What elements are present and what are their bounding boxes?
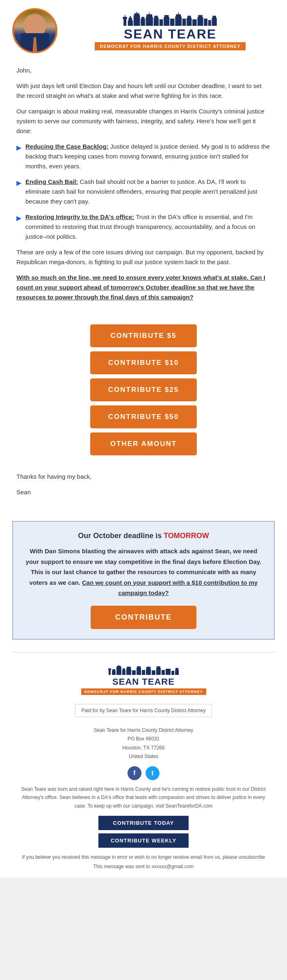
svg-rect-16 (159, 19, 163, 26)
tomorrow-highlight: TOMORROW (164, 532, 209, 540)
footer-bio: Sean Teare was born and raised right her… (16, 785, 271, 810)
campaign-logo: SEAN TEARE DEMOCRAT FOR HARRIS COUNTY DI… (66, 11, 275, 50)
svg-rect-15 (155, 16, 158, 18)
footer-divider (12, 652, 275, 652)
svg-rect-44 (132, 670, 136, 675)
svg-rect-27 (198, 17, 203, 26)
paragraph-1: With just days left until Election Day a… (16, 81, 271, 101)
footer-skyline-icon (107, 665, 180, 675)
sent-to-text: This message was sent to xxxxxx@gmail.co… (16, 864, 271, 869)
svg-rect-35 (112, 671, 116, 675)
box-body-text: With Dan Simons blasting the airwaves wi… (25, 546, 262, 598)
paid-for-text: Paid for by Sean Teare for Harris County… (81, 708, 205, 713)
paragraph-3: These are only a few of the core issues … (16, 247, 271, 267)
email-body: John, With just days left until Election… (0, 57, 287, 316)
svg-rect-14 (154, 18, 159, 25)
bullet-1: ▶ Reducing the Case Backlog: Justice del… (16, 142, 271, 171)
svg-rect-48 (146, 669, 151, 675)
svg-rect-34 (108, 668, 111, 670)
box-contribute-button[interactable]: CONTRIBUTE (91, 606, 196, 629)
address-line-1: Sean Teare for Harris County District At… (16, 726, 271, 735)
contribute-25-button[interactable]: CONTRIBUTE $25 (90, 378, 197, 401)
svg-rect-0 (123, 18, 126, 26)
svg-rect-57 (175, 668, 178, 670)
svg-rect-24 (187, 18, 191, 25)
footer-logo: SEAN TEARE DEMOCRAT FOR HARRIS COUNTY DI… (16, 665, 271, 695)
address-line-4: United States (16, 752, 271, 761)
svg-rect-51 (156, 668, 161, 675)
email-footer: SEAN TEARE DEMOCRAT FOR HARRIS COUNTY DI… (0, 656, 287, 878)
svg-rect-13 (149, 12, 150, 14)
svg-rect-30 (208, 20, 211, 26)
svg-rect-46 (137, 666, 141, 668)
bullet-icon-3: ▶ (16, 213, 21, 224)
svg-rect-54 (166, 669, 171, 675)
svg-rect-50 (152, 670, 155, 675)
email-header: SEAN TEARE DEMOCRAT FOR HARRIS COUNTY DI… (0, 0, 287, 57)
svg-rect-2 (125, 15, 125, 17)
bullet-label-2: Ending Cash Bail: (25, 178, 78, 185)
bullet-text-3: Restoring Integrity to the DA's office: … (25, 212, 271, 242)
contribute-50-button[interactable]: CONTRIBUTE $50 (90, 405, 197, 428)
svg-rect-32 (212, 16, 216, 18)
sign-off: Thanks for having my back, Sean (0, 464, 287, 511)
bullet-icon-2: ▶ (16, 178, 21, 188)
svg-rect-19 (170, 18, 175, 26)
svg-rect-10 (141, 17, 144, 19)
svg-rect-37 (116, 667, 121, 675)
svg-rect-53 (162, 670, 165, 675)
svg-rect-25 (187, 16, 191, 18)
candidate-photo (12, 8, 57, 53)
bullet-3: ▶ Restoring Integrity to the DA's office… (16, 212, 271, 242)
svg-rect-26 (192, 19, 197, 26)
svg-rect-33 (109, 670, 111, 675)
contribute-today-button[interactable]: CONTRIBUTE TODAY (98, 816, 189, 830)
svg-rect-18 (164, 15, 169, 17)
svg-rect-20 (175, 16, 182, 26)
svg-rect-56 (175, 670, 179, 675)
box-cta-link: Can we count on your support with a $10 … (82, 579, 257, 597)
svg-rect-40 (122, 670, 125, 675)
twitter-icon[interactable]: t (146, 766, 159, 780)
address-line-2: PO Box 66031 (16, 735, 271, 744)
bullet-text-2: Ending Cash Bail: Cash bail should not b… (25, 177, 271, 206)
bullet-icon-1: ▶ (16, 143, 21, 153)
greeting: John, (16, 66, 271, 75)
svg-rect-42 (126, 669, 131, 675)
svg-rect-5 (130, 16, 131, 18)
svg-rect-17 (164, 17, 169, 26)
svg-rect-41 (123, 668, 125, 670)
svg-rect-49 (146, 667, 150, 669)
bullet-text-1: Reducing the Case Backlog: Justice delay… (25, 142, 271, 171)
contribute-10-button[interactable]: CONTRIBUTE $10 (90, 351, 197, 374)
footer-candidate-name: SEAN TEARE (16, 677, 271, 687)
bullet-label-1: Reducing the Case Backlog: (25, 143, 109, 150)
footer-address: Sean Teare for Harris County District At… (16, 726, 271, 761)
contribute-5-button[interactable]: CONTRIBUTE $5 (90, 324, 197, 347)
svg-rect-9 (141, 18, 145, 26)
svg-rect-11 (146, 17, 153, 26)
sender-name: Sean (16, 487, 271, 497)
svg-rect-28 (198, 15, 203, 17)
unsubscribe-text: If you believe you received this message… (16, 853, 271, 861)
bullet-label-3: Restoring Integrity to the DA's office: (25, 213, 134, 220)
box-title: Our October deadline is TOMORROW (25, 532, 262, 540)
svg-rect-52 (157, 666, 160, 668)
contribute-weekly-button[interactable]: CONTRIBUTE WEEKLY (98, 833, 189, 848)
svg-rect-21 (176, 14, 181, 17)
facebook-icon[interactable]: f (128, 766, 141, 780)
other-amount-button[interactable]: OTHER AMOUNT (90, 432, 197, 455)
svg-rect-47 (142, 670, 145, 675)
svg-rect-45 (137, 668, 141, 675)
svg-rect-22 (178, 12, 179, 14)
address-line-3: Houston, TX 77266 (16, 744, 271, 753)
svg-rect-3 (128, 20, 133, 25)
candidate-name: SEAN TEARE (66, 27, 275, 41)
social-icons: f t (16, 766, 271, 780)
svg-rect-8 (137, 11, 137, 13)
svg-rect-4 (129, 18, 132, 20)
footer-buttons: CONTRIBUTE TODAY CONTRIBUTE WEEKLY (16, 816, 271, 848)
svg-rect-43 (127, 667, 131, 669)
thanks-line: Thanks for having my back, (16, 472, 271, 482)
box-body-bold: With Dan Simons blasting the airwaves wi… (26, 548, 262, 596)
